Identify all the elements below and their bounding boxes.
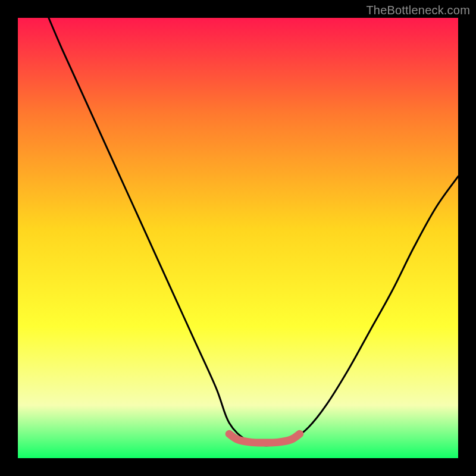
chart-stage: TheBottleneck.com: [0, 0, 476, 476]
plot-area: [18, 18, 458, 458]
bottleneck-curve: [49, 18, 458, 446]
curve-overlay: [18, 18, 458, 458]
watermark-text: TheBottleneck.com: [366, 4, 470, 17]
